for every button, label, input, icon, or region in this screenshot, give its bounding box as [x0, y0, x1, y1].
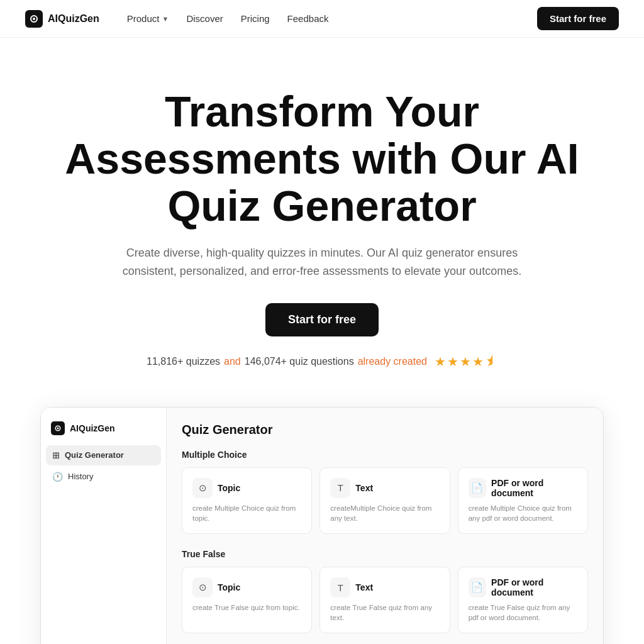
nav-cta-button[interactable]: Start for free	[537, 7, 619, 30]
sidebar-logo-svg	[54, 425, 62, 432]
nav-left: AIQuizGen Product ▼ Discover Pricing Fee…	[25, 9, 336, 28]
mc-card-text-desc: createMultiple Choice quiz from any text…	[330, 503, 439, 523]
grid-icon: ⊞	[52, 450, 60, 460]
mc-card-pdf-desc: create Multiple Choice quiz from any pdf…	[469, 503, 577, 523]
rating-stars: ★ ★ ★ ★ ⯨	[435, 354, 497, 369]
star-2: ★	[447, 354, 458, 369]
logo-svg	[29, 14, 39, 24]
tf-card-pdf[interactable]: 📄 PDF or word document create True False…	[458, 567, 588, 633]
tf-card-pdf-label: PDF or word document	[491, 577, 577, 597]
stats-quizzes: 11,816+ quizzes	[147, 356, 220, 367]
mc-card-topic-desc: create Multiple Choice quiz from topic.	[192, 503, 301, 523]
tf-card-pdf-header: 📄 PDF or word document	[469, 577, 577, 597]
pdf-icon-tf: 📄	[469, 577, 486, 597]
tf-card-text[interactable]: T Text create True False quiz from any t…	[319, 567, 450, 633]
hero-cta-button[interactable]: Start for free	[265, 303, 379, 336]
clock-icon: 🕐	[52, 472, 63, 482]
navbar: AIQuizGen Product ▼ Discover Pricing Fee…	[0, 0, 644, 38]
hero-stats: 11,816+ quizzes and 146,074+ quiz questi…	[25, 354, 619, 369]
stats-and: and	[224, 356, 241, 367]
section-multiple-choice: Multiple Choice ⊙ Topic create Multiple …	[182, 450, 588, 534]
logo: AIQuizGen	[25, 10, 99, 28]
tf-card-topic-label: Topic	[218, 582, 240, 592]
page-title: Quiz Generator	[182, 423, 588, 437]
mc-card-text-header: T Text	[330, 478, 439, 498]
sidebar: AIQuizGen ⊞ Quiz Generator 🕐 History	[41, 408, 167, 644]
text-icon: T	[330, 478, 350, 498]
mc-card-topic-header: ⊙ Topic	[192, 478, 301, 498]
topic-icon-tf: ⊙	[192, 577, 213, 597]
mc-card-topic[interactable]: ⊙ Topic create Multiple Choice quiz from…	[182, 467, 312, 534]
mc-card-text[interactable]: T Text createMultiple Choice quiz from a…	[319, 467, 450, 534]
chevron-down-icon: ▼	[162, 15, 169, 23]
star-4: ★	[472, 354, 484, 369]
sidebar-logo: AIQuizGen	[46, 418, 161, 445]
sidebar-item-quiz-generator[interactable]: ⊞ Quiz Generator	[46, 445, 161, 465]
app-preview-wrap: AIQuizGen ⊞ Quiz Generator 🕐 History Qui…	[20, 407, 624, 644]
tf-card-text-header: T Text	[330, 577, 439, 597]
multiple-choice-cards: ⊙ Topic create Multiple Choice quiz from…	[182, 467, 588, 534]
tf-card-pdf-desc: create True False quiz from any pdf or w…	[469, 602, 577, 623]
sidebar-logo-icon	[51, 421, 65, 435]
tf-card-topic-desc: create True False quiz from topic.	[192, 602, 301, 613]
mc-card-pdf[interactable]: 📄 PDF or word document create Multiple C…	[458, 467, 588, 534]
sidebar-item-history[interactable]: 🕐 History	[46, 467, 161, 487]
sidebar-brand-name: AIQuizGen	[70, 423, 115, 433]
logo-icon	[25, 10, 43, 28]
hero-subtitle: Create diverse, high-quality quizzes in …	[108, 244, 536, 280]
pdf-icon: 📄	[469, 478, 486, 498]
tf-card-text-label: Text	[355, 582, 373, 592]
mc-card-topic-label: Topic	[218, 483, 240, 493]
sidebar-item-label-history: History	[68, 472, 93, 481]
nav-links: Product ▼ Discover Pricing Feedback	[119, 9, 336, 28]
text-icon-tf: T	[330, 577, 350, 597]
nav-pricing[interactable]: Pricing	[233, 9, 277, 28]
stats-suffix: already created	[358, 356, 427, 367]
nav-feedback[interactable]: Feedback	[280, 9, 336, 28]
stats-questions: 146,074+ quiz questions	[245, 356, 354, 367]
mc-card-text-label: Text	[355, 483, 373, 493]
nav-discover[interactable]: Discover	[179, 9, 230, 28]
star-3: ★	[460, 354, 471, 369]
section-title-true-false: True False	[182, 549, 588, 559]
mc-card-pdf-label: PDF or word document	[491, 478, 577, 498]
hero-title: Transform Your Assessments with Our AI Q…	[25, 88, 619, 229]
tf-card-topic-header: ⊙ Topic	[192, 577, 301, 597]
section-true-false: True False ⊙ Topic create True False qui…	[182, 549, 588, 633]
hero-section: Transform Your Assessments with Our AI Q…	[0, 38, 644, 407]
tf-card-topic[interactable]: ⊙ Topic create True False quiz from topi…	[182, 567, 312, 633]
star-half: ⯨	[485, 354, 497, 369]
svg-point-3	[57, 427, 59, 429]
main-content: Quiz Generator Multiple Choice ⊙ Topic c…	[167, 408, 603, 644]
tf-card-text-desc: create True False quiz from any text.	[330, 602, 439, 623]
star-1: ★	[435, 354, 446, 369]
true-false-cards: ⊙ Topic create True False quiz from topi…	[182, 567, 588, 633]
sidebar-item-label-quiz-generator: Quiz Generator	[65, 450, 124, 460]
app-preview: AIQuizGen ⊞ Quiz Generator 🕐 History Qui…	[40, 407, 604, 644]
brand-name: AIQuizGen	[48, 13, 99, 25]
nav-product[interactable]: Product ▼	[119, 9, 177, 28]
topic-icon: ⊙	[192, 478, 213, 498]
mc-card-pdf-header: 📄 PDF or word document	[469, 478, 577, 498]
section-title-multiple-choice: Multiple Choice	[182, 450, 588, 460]
svg-point-1	[33, 18, 35, 20]
